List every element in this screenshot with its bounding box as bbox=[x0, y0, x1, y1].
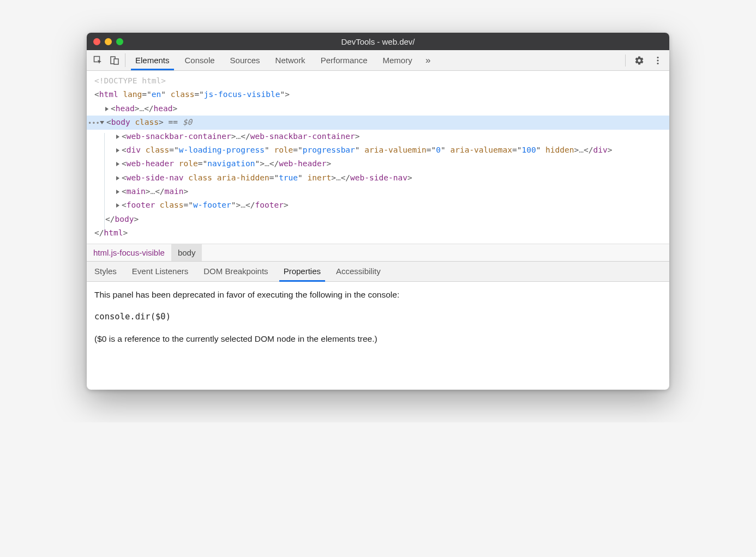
side-tab-dom-breakpoints[interactable]: DOM Breakpoints bbox=[196, 262, 275, 281]
dom-head[interactable]: <head>…</head> bbox=[87, 102, 669, 116]
tab-performance[interactable]: Performance bbox=[313, 50, 375, 70]
settings-gear-icon[interactable] bbox=[631, 56, 647, 65]
side-panel-tabs: StylesEvent ListenersDOM BreakpointsProp… bbox=[87, 261, 669, 282]
properties-code-hint: console.dir($0) bbox=[94, 310, 662, 324]
svg-point-5 bbox=[657, 62, 658, 64]
dom-child-main[interactable]: <main>…</main> bbox=[87, 185, 669, 198]
breadcrumb: html.js-focus-visiblebody bbox=[87, 244, 669, 261]
dom-child-div[interactable]: <div class="w-loading-progress" role="pr… bbox=[87, 143, 669, 157]
breadcrumb-item[interactable]: html.js-focus-visible bbox=[87, 244, 171, 261]
tab-sources[interactable]: Sources bbox=[223, 50, 268, 70]
side-tab-styles[interactable]: Styles bbox=[87, 262, 124, 281]
device-toggle-icon[interactable] bbox=[106, 50, 123, 70]
main-toolbar: ElementsConsoleSourcesNetworkPerformance… bbox=[87, 50, 669, 71]
tab-console[interactable]: Console bbox=[177, 50, 223, 70]
tab-memory[interactable]: Memory bbox=[375, 50, 420, 70]
dom-child-web-header[interactable]: <web-header role="navigation">…</web-hea… bbox=[87, 157, 669, 171]
side-tab-event-listeners[interactable]: Event Listeners bbox=[124, 262, 196, 281]
dom-html-close[interactable]: </html> bbox=[87, 226, 669, 240]
tab-network[interactable]: Network bbox=[268, 50, 313, 70]
dom-child-web-side-nav[interactable]: <web-side-nav class aria-hidden="true" i… bbox=[87, 171, 669, 185]
svg-point-3 bbox=[657, 56, 658, 58]
dom-tree[interactable]: <!DOCTYPE html><html lang="en" class="js… bbox=[87, 71, 669, 244]
close-window-button[interactable] bbox=[93, 38, 100, 45]
dom-child-footer[interactable]: <footer class="w-footer">…</footer> bbox=[87, 198, 669, 212]
titlebar: DevTools - web.dev/ bbox=[87, 33, 669, 50]
properties-panel: This panel has been deprecated in favor … bbox=[87, 282, 669, 390]
more-tabs-icon[interactable]: » bbox=[420, 50, 436, 70]
breadcrumb-item[interactable]: body bbox=[171, 244, 202, 261]
svg-point-4 bbox=[657, 59, 658, 61]
properties-explainer-text: ($0 is a reference to the currently sele… bbox=[94, 332, 662, 346]
inspect-element-icon[interactable] bbox=[90, 50, 106, 70]
properties-deprecation-text: This panel has been deprecated in favor … bbox=[94, 288, 662, 302]
main-tabs: ElementsConsoleSourcesNetworkPerformance… bbox=[128, 50, 420, 70]
tab-elements[interactable]: Elements bbox=[128, 50, 177, 70]
minimize-window-button[interactable] bbox=[105, 38, 112, 45]
traffic-lights bbox=[93, 38, 123, 45]
toolbar-right-divider bbox=[625, 55, 626, 66]
window-title: DevTools - web.dev/ bbox=[87, 37, 669, 46]
side-tab-properties[interactable]: Properties bbox=[276, 262, 328, 281]
dom-body-open[interactable]: •••<body class> == $0 bbox=[87, 116, 669, 129]
maximize-window-button[interactable] bbox=[116, 38, 123, 45]
dom-html-open[interactable]: <html lang="en" class="js-focus-visible"… bbox=[87, 88, 669, 101]
kebab-menu-icon[interactable] bbox=[650, 56, 666, 65]
toolbar-divider bbox=[125, 53, 125, 67]
dom-child-web-snackbar-container[interactable]: <web-snackbar-container>…</web-snackbar-… bbox=[87, 130, 669, 143]
devtools-window: DevTools - web.dev/ ElementsConsoleSourc… bbox=[87, 33, 669, 390]
dom-body-close[interactable]: </body> bbox=[87, 213, 669, 226]
svg-rect-2 bbox=[114, 59, 118, 64]
dom-doctype[interactable]: <!DOCTYPE html> bbox=[87, 74, 669, 88]
side-tab-accessibility[interactable]: Accessibility bbox=[328, 262, 388, 281]
